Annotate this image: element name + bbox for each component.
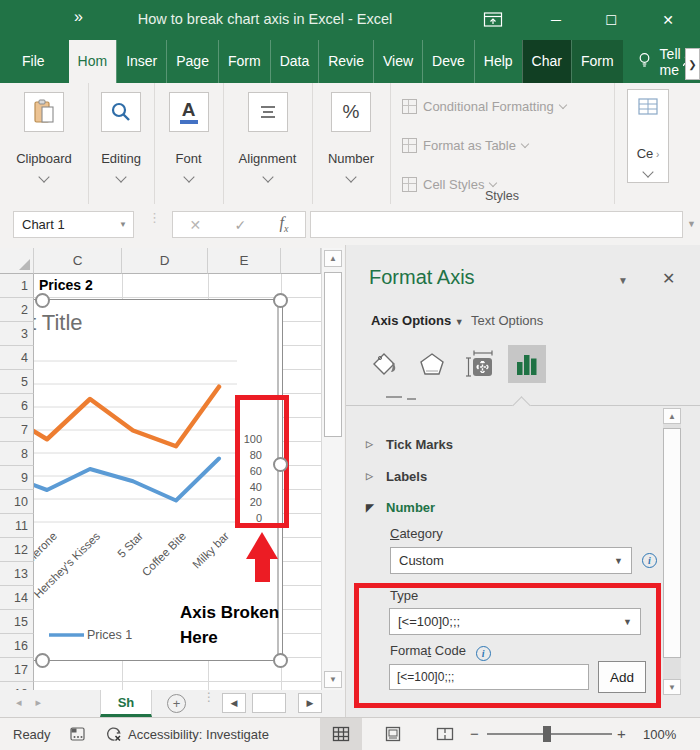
row-header-14[interactable]: 14 (0, 586, 34, 610)
selection-handle[interactable] (35, 653, 50, 668)
scroll-up-icon[interactable]: ▲ (663, 408, 681, 424)
row-header-15[interactable]: 15 (0, 610, 34, 634)
accessibility-status[interactable]: Accessibility: Investigate (128, 727, 269, 742)
tab-revie-6[interactable]: Revie (318, 40, 373, 83)
pane-scrollbar[interactable]: ▲ ▼ (663, 408, 681, 695)
column-header-partial[interactable] (281, 248, 321, 274)
row-header-4[interactable]: 4 (0, 346, 34, 370)
zoom-out-icon[interactable]: − (470, 725, 479, 742)
chevron-down-icon[interactable]: ▼ (119, 220, 127, 229)
accessibility-icon[interactable] (105, 725, 123, 747)
formula-bar-splitter[interactable]: ⋮ (148, 215, 161, 221)
add-button[interactable]: Add (598, 661, 646, 693)
tab-text-options[interactable]: Text Options (471, 313, 543, 328)
tab-file-0[interactable]: File (6, 40, 61, 83)
row-header-10[interactable]: 10 (0, 490, 34, 514)
zoom-in-icon[interactable]: + (617, 725, 626, 742)
tab-hom-1[interactable]: Hom (69, 40, 117, 83)
styles-item-0[interactable]: Conditional Formatting (402, 98, 566, 114)
scrollbar-thumb[interactable] (324, 272, 342, 437)
info-icon[interactable]: i (476, 646, 491, 661)
tab-char-10[interactable]: Char (522, 40, 571, 83)
row-header-3[interactable]: 3 (0, 322, 34, 346)
tab-data-5[interactable]: Data (270, 40, 319, 83)
tell-me[interactable]: Tell me (637, 40, 681, 83)
row-header-12[interactable]: 12 (0, 538, 34, 562)
pane-close-icon[interactable]: ✕ (662, 269, 675, 288)
ribbon-group-number[interactable]: % Number (312, 83, 391, 204)
vertical-scrollbar[interactable]: ▲ ▼ (321, 248, 344, 690)
column-header-d[interactable]: D (122, 248, 208, 274)
axis-chart-icon[interactable] (508, 345, 546, 383)
formula-input[interactable] (310, 211, 683, 238)
view-normal-button[interactable] (320, 718, 362, 750)
zoom-slider-thumb[interactable] (543, 726, 551, 742)
tab-axis-options[interactable]: Axis Options ▼ (371, 313, 464, 328)
tab-bar-splitter[interactable]: ⋮ (203, 694, 215, 700)
sheet-nav-arrows[interactable]: ◂▸ (16, 696, 55, 709)
tab-form-4[interactable]: Form (218, 40, 270, 83)
scrollbar-thumb[interactable] (663, 428, 681, 658)
row-header-13[interactable]: 13 (0, 562, 34, 586)
close-button[interactable]: ✕ (655, 9, 681, 31)
section-tick-marks[interactable]: ▷Tick Marks (366, 435, 453, 453)
section-number[interactable]: ◤Number (366, 498, 435, 516)
tab-overflow-chevron[interactable]: ❯ (685, 48, 700, 80)
fill-line-icon[interactable] (366, 345, 404, 383)
tab-view-7[interactable]: View (373, 40, 422, 83)
tab-help-9[interactable]: Help (474, 40, 522, 83)
ribbon-group-alignment[interactable]: Alignment (223, 83, 313, 204)
view-page-break-button[interactable] (424, 718, 466, 750)
row-header-18[interactable]: 18 (0, 682, 34, 690)
select-all-corner[interactable] (0, 248, 34, 274)
name-box[interactable]: Chart 1 ▼ (13, 211, 134, 238)
chart-object[interactable]: t Title 100806040200 TobleroneHershey's … (34, 299, 283, 661)
format-code-input[interactable]: [<=100]0;;; (389, 664, 589, 690)
size-properties-icon[interactable] (462, 345, 500, 383)
pane-options-chevron[interactable]: ▼ (618, 275, 628, 286)
effects-icon[interactable] (413, 345, 451, 383)
type-dropdown[interactable]: [<=100]0;;;▼ (389, 608, 641, 635)
expand-formula-bar-icon[interactable]: ▼ (687, 219, 696, 229)
row-header-16[interactable]: 16 (0, 634, 34, 658)
row-header-11[interactable]: 11 (0, 514, 34, 538)
selection-handle[interactable] (273, 653, 288, 668)
maximize-button[interactable]: ☐ (598, 9, 624, 31)
row-header-5[interactable]: 5 (0, 370, 34, 394)
category-dropdown[interactable]: Custom▼ (390, 547, 632, 574)
ribbon-group-font[interactable]: A Font (154, 83, 224, 204)
cells-group-button[interactable]: Ce › (627, 89, 669, 183)
tab-form-11[interactable]: Form (571, 40, 623, 83)
info-icon[interactable]: i (642, 553, 657, 568)
zoom-level[interactable]: 100% (643, 727, 676, 742)
tab-inser-2[interactable]: Inser (116, 40, 166, 83)
ribbon-group-editing[interactable]: Editing (88, 83, 155, 204)
row-header-6[interactable]: 6 (0, 394, 34, 418)
cell-c1-value[interactable]: Prices 2 (39, 277, 93, 293)
insert-function-icon[interactable]: fx (279, 214, 288, 234)
scroll-down-icon[interactable]: ▼ (324, 671, 342, 688)
selection-handle[interactable] (35, 293, 50, 308)
horizontal-scrollbar-thumb[interactable] (252, 693, 286, 713)
row-header-1[interactable]: 1 (0, 274, 34, 298)
tab-page-3[interactable]: Page (166, 40, 218, 83)
scroll-left-icon[interactable]: ◀ (222, 693, 246, 713)
macro-record-icon[interactable] (70, 726, 86, 746)
ribbon-group-clipboard[interactable]: Clipboard (0, 83, 89, 204)
row-header-7[interactable]: 7 (0, 418, 34, 442)
row-header-8[interactable]: 8 (0, 442, 34, 466)
active-sheet-tab[interactable]: Sh (100, 690, 152, 717)
styles-item-2[interactable]: Cell Styles (402, 176, 496, 192)
cancel-icon[interactable]: ✕ (190, 217, 202, 233)
ribbon-display-options-icon[interactable] (480, 9, 506, 31)
row-header-17[interactable]: 17 (0, 658, 34, 682)
legend-entry[interactable]: Prices 1 (87, 628, 132, 642)
new-sheet-button[interactable]: + (167, 694, 186, 713)
view-page-layout-button[interactable] (372, 718, 414, 750)
tab-deve-8[interactable]: Deve (422, 40, 474, 83)
row-header-9[interactable]: 9 (0, 466, 34, 490)
selection-handle[interactable] (273, 293, 288, 308)
quick-access-toolbar-icon[interactable]: » (74, 8, 81, 26)
column-header-e[interactable]: E (208, 248, 281, 274)
row-header-2[interactable]: 2 (0, 298, 34, 322)
